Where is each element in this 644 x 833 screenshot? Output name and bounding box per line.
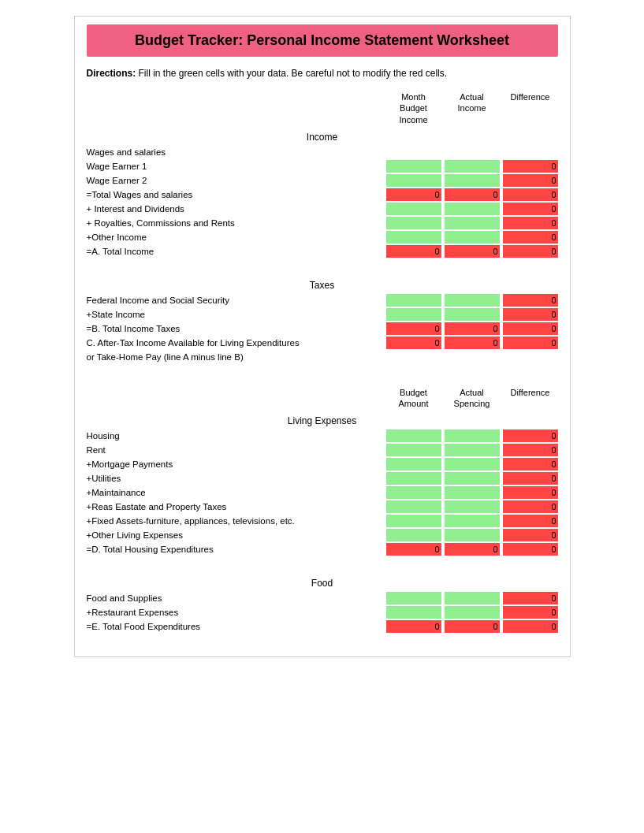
label-other-income: +Other Income	[87, 232, 383, 242]
label-rent: Rent	[87, 445, 383, 455]
cell-wage2-budget[interactable]	[386, 174, 441, 187]
cell-realestate-diff: 0	[503, 500, 558, 513]
row-mortgage: +Mortgage Payments 0	[87, 458, 558, 470]
income-col-headers: Month Budget Income Actual Income Differ…	[87, 91, 558, 125]
cell-interest-actual[interactable]	[445, 203, 500, 215]
row-aftertax: C. After-Tax Income Available for Living…	[87, 337, 558, 349]
income-section: Income Wages and salaries Wage Earner 1 …	[87, 132, 558, 258]
cell-otherliving-actual[interactable]	[445, 529, 500, 541]
cell-restaurant-budget[interactable]	[386, 606, 441, 619]
cell-royalties-diff: 0	[503, 217, 558, 229]
food-section: Food Food and Supplies 0 +Restaurant Exp…	[87, 578, 558, 633]
cell-foodsupplies-actual[interactable]	[445, 592, 500, 604]
cell-state-budget[interactable]	[386, 308, 441, 321]
cell-maint-diff: 0	[503, 486, 558, 499]
income-header-diff: Difference	[503, 91, 558, 125]
cell-otherincome-diff: 0	[503, 231, 558, 244]
cell-royalties-actual[interactable]	[445, 217, 500, 229]
worksheet-title: Budget Tracker: Personal Income Statemen…	[95, 32, 550, 49]
row-wages-salaries-label: Wages and salaries	[87, 146, 558, 158]
label-restaurant: +Restaurant Expenses	[87, 608, 383, 617]
label-real-estate: +Reas Eastate and Property Taxes	[87, 502, 383, 511]
label-aftertax: C. After-Tax Income Available for Living…	[87, 338, 383, 348]
cell-mortgage-budget[interactable]	[386, 458, 441, 470]
label-wage-earner2: Wage Earner 2	[87, 176, 383, 185]
cell-wage1-actual[interactable]	[445, 160, 500, 173]
directions: Directions: Fill in the green cells with…	[87, 68, 558, 79]
label-total-housing: =D. Total Housing Expenditures	[87, 545, 383, 554]
row-housing: Housing 0	[87, 430, 558, 442]
label-royalties: + Royalties, Commissions and Rents	[87, 218, 383, 228]
label-total-wages: =Total Wages and salaries	[87, 190, 383, 199]
cell-federal-diff: 0	[503, 294, 558, 307]
cell-otherincome-budget[interactable]	[386, 231, 441, 244]
cell-utilities-budget[interactable]	[386, 472, 441, 485]
cell-utilities-diff: 0	[503, 472, 558, 485]
cell-state-actual[interactable]	[445, 308, 500, 321]
label-federal: Federal Income and Social Security	[87, 296, 383, 305]
row-wage-earner2: Wage Earner 2 0	[87, 174, 558, 187]
label-mortgage: +Mortgage Payments	[87, 459, 383, 469]
cell-mortgage-actual[interactable]	[445, 458, 500, 470]
cell-wage1-diff: 0	[503, 160, 558, 173]
cell-federal-budget[interactable]	[386, 294, 441, 307]
cell-otherliving-budget[interactable]	[386, 529, 441, 541]
cell-utilities-actual[interactable]	[445, 472, 500, 485]
cell-fixed-actual[interactable]	[445, 515, 500, 527]
cell-royalties-budget[interactable]	[386, 217, 441, 229]
row-other-living: +Other Living Expenses 0	[87, 529, 558, 541]
row-maintainance: +Maintainance 0	[87, 486, 558, 499]
label-total-food: =E. Total Food Expenditures	[87, 622, 383, 631]
cell-fixed-budget[interactable]	[386, 515, 441, 527]
cell-maint-budget[interactable]	[386, 486, 441, 499]
cell-cont-empty2	[445, 351, 500, 363]
label-other-living: +Other Living Expenses	[87, 530, 383, 540]
row-restaurant: +Restaurant Expenses 0	[87, 606, 558, 619]
taxes-section-title: Taxes	[87, 280, 558, 291]
row-food-supplies: Food and Supplies 0	[87, 592, 558, 604]
title-bar: Budget Tracker: Personal Income Statemen…	[87, 24, 558, 57]
living-header-budget: Budget Amount	[386, 387, 441, 410]
label-total-income: =A. Total Income	[87, 247, 383, 256]
directions-prefix: Directions:	[87, 68, 136, 79]
spacer1	[87, 266, 558, 273]
cell-federal-actual[interactable]	[445, 294, 500, 307]
cell-otherliving-diff: 0	[503, 529, 558, 541]
label-fixed-assets: +Fixed Assets-furniture, appliances, tel…	[87, 516, 383, 526]
cell-totalhousing-budget: 0	[386, 543, 441, 556]
cell-rent-diff: 0	[503, 444, 558, 456]
cell-wage2-actual[interactable]	[445, 174, 500, 187]
cell-wage1-budget[interactable]	[386, 160, 441, 173]
cell-realestate-actual[interactable]	[445, 500, 500, 513]
worksheet-container: Budget Tracker: Personal Income Statemen…	[74, 16, 571, 657]
cell-state-diff: 0	[503, 308, 558, 321]
label-wages-salaries: Wages and salaries	[87, 147, 383, 157]
cell-restaurant-actual[interactable]	[445, 606, 500, 619]
cell-otherincome-actual[interactable]	[445, 231, 500, 244]
taxes-section: Taxes Federal Income and Social Security…	[87, 280, 558, 363]
row-royalties: + Royalties, Commissions and Rents 0	[87, 217, 558, 229]
cell-foodsupplies-budget[interactable]	[386, 592, 441, 604]
cell-aftertax-budget: 0	[386, 337, 441, 349]
cell-totaltaxes-budget: 0	[386, 322, 441, 335]
cell-rent-budget[interactable]	[386, 444, 441, 456]
cell-rent-actual[interactable]	[445, 444, 500, 456]
living-col-headers: Budget Amount Actual Spencing Difference	[87, 387, 558, 410]
cell-maint-actual[interactable]	[445, 486, 500, 499]
row-total-housing: =D. Total Housing Expenditures 0 0 0	[87, 543, 558, 556]
label-interest: + Interest and Dividends	[87, 204, 383, 214]
cell-cont-empty1	[386, 351, 441, 363]
cell-totalhousing-diff: 0	[503, 543, 558, 556]
living-header-actual: Actual Spencing	[445, 387, 500, 410]
cell-interest-budget[interactable]	[386, 203, 441, 215]
cell-housing-diff: 0	[503, 430, 558, 442]
cell-housing-budget[interactable]	[386, 430, 441, 442]
label-wage-earner1: Wage Earner 1	[87, 162, 383, 171]
cell-cont-empty3	[503, 351, 558, 363]
cell-totalwages-actual: 0	[445, 188, 500, 201]
cell-housing-actual[interactable]	[445, 430, 500, 442]
label-utilities: +Utilities	[87, 474, 383, 483]
cell-realestate-budget[interactable]	[386, 500, 441, 513]
food-section-title: Food	[87, 578, 558, 589]
spacer3	[87, 379, 558, 387]
